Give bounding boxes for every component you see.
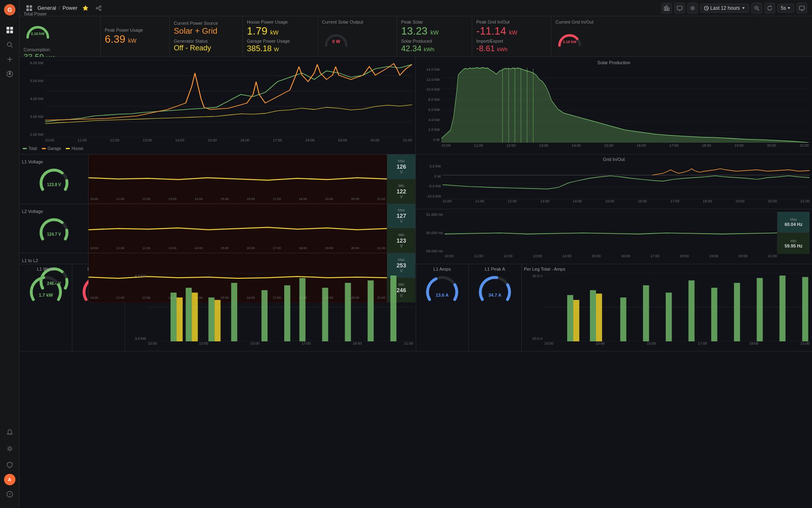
content-grid: 6.00 kW 5.00 kW 4.00 kW 3.00 kW 2.00 kW bbox=[19, 57, 812, 508]
l1-min-value: 122 bbox=[397, 188, 406, 195]
app-logo[interactable]: G bbox=[3, 3, 16, 16]
total-power-chart-area: 6.00 kW 5.00 kW 4.00 kW 3.00 kW 2.00 kW bbox=[23, 60, 412, 145]
svg-point-21 bbox=[96, 7, 98, 9]
stat-source-value: Solar + Grid bbox=[174, 26, 217, 35]
stat-peak-solar-label: Peak Solar bbox=[401, 20, 468, 24]
l1-amps-panel: L1 Amps 13.6 A bbox=[416, 264, 469, 351]
stat-peak-grid-label: Peak Grid In/Out bbox=[476, 20, 547, 24]
svg-text:G: G bbox=[7, 7, 12, 13]
svg-rect-5 bbox=[10, 30, 13, 33]
l1-voltage-badges: Max 126 V Min 122 V bbox=[387, 154, 415, 204]
svg-rect-95 bbox=[261, 290, 268, 341]
legend-garage: Garage bbox=[48, 146, 61, 151]
y-label-5kw: 5.00 kW bbox=[23, 79, 43, 83]
l1-max-unit: V bbox=[400, 170, 403, 174]
svg-rect-121 bbox=[573, 300, 579, 341]
refresh-btn[interactable] bbox=[764, 3, 775, 13]
nav-parent[interactable]: General bbox=[37, 5, 56, 11]
l1-peak-a-title: L1 Peak A bbox=[485, 267, 505, 271]
stat-import-export-value: -8.61 bbox=[476, 44, 495, 53]
l2-voltage-badges: Max 127 V Min 123 V bbox=[387, 204, 415, 253]
sidebar-item-dashboard[interactable] bbox=[3, 24, 16, 37]
nav-current: Power bbox=[63, 5, 78, 11]
l1-min-label: Min bbox=[398, 184, 404, 188]
user-avatar[interactable]: A bbox=[4, 474, 15, 485]
sidebar-item-add[interactable] bbox=[3, 53, 16, 66]
svg-text:1.7 kW: 1.7 kW bbox=[39, 293, 53, 297]
zoom-out-btn[interactable] bbox=[752, 3, 762, 13]
y-label-4kw: 4.00 kW bbox=[23, 97, 43, 101]
settings-btn[interactable] bbox=[687, 3, 698, 13]
sidebar-item-compass[interactable] bbox=[3, 67, 16, 80]
sidebar-item-search[interactable] bbox=[3, 38, 16, 51]
svg-rect-122 bbox=[596, 293, 602, 341]
x-label-1000: 10:00 bbox=[45, 138, 54, 145]
x-label-1200: 12:00 bbox=[110, 138, 119, 145]
svg-rect-99 bbox=[345, 283, 351, 341]
svg-rect-26 bbox=[666, 6, 667, 11]
l1-l2-label: L1 to L2 bbox=[22, 258, 38, 263]
current-grid-gauge: 2.18 kW bbox=[555, 25, 584, 54]
legend-house: House bbox=[71, 146, 83, 151]
per-leg-amps-title: Per Leg Total - Amps bbox=[524, 267, 810, 271]
stat-garage-unit: W bbox=[274, 46, 279, 52]
l1-max-value: 126 bbox=[397, 163, 406, 170]
stat-generator-value: Off - Ready bbox=[174, 44, 211, 52]
total-power-svg bbox=[45, 60, 412, 137]
svg-point-20 bbox=[99, 6, 101, 7]
freq-min-badge: Min 59.95 Hz bbox=[777, 233, 810, 254]
svg-rect-94 bbox=[231, 283, 237, 341]
svg-rect-28 bbox=[677, 6, 682, 10]
stat-garage-value: 385.18 bbox=[247, 44, 272, 53]
sidebar-item-bell[interactable] bbox=[3, 426, 16, 439]
voltage-panel: L1 Voltage 123.8 V bbox=[19, 154, 416, 264]
grid-inout-chart: Grid In/Out 5.0 kW 0 W -5.0 kW -10.0 kW bbox=[416, 154, 812, 209]
svg-rect-18 bbox=[26, 9, 29, 11]
stat-house-power: House Power Usage 1.79 kW Garage Power U… bbox=[243, 16, 318, 56]
stats-bar: Total Power 2.18 kW Consumption 33.59 kW… bbox=[19, 16, 812, 57]
x-label-1600: 16:00 bbox=[240, 138, 250, 145]
sidebar-item-shield[interactable] bbox=[3, 458, 16, 471]
freq-max-badge: Max 60.04 Hz bbox=[777, 212, 810, 233]
solar-output-gauge: 0 W bbox=[322, 25, 350, 54]
svg-rect-93 bbox=[208, 297, 214, 341]
l2-max-badge: Max 127 V bbox=[387, 204, 415, 229]
y-solar-8: 8.0 kW bbox=[419, 98, 440, 102]
l1-amps-gauge: 13.6 A bbox=[424, 273, 460, 310]
stat-consumption-label: Consumption bbox=[24, 47, 96, 52]
stat-peak-power-unit: kW bbox=[128, 37, 136, 44]
svg-marker-38 bbox=[788, 7, 790, 9]
svg-line-24 bbox=[98, 9, 99, 9]
y-solar-0: 0 W bbox=[419, 138, 440, 142]
legend-total: Total bbox=[28, 146, 37, 151]
svg-rect-102 bbox=[177, 297, 183, 341]
svg-rect-117 bbox=[734, 283, 740, 341]
l1-min-unit: V bbox=[400, 195, 403, 199]
x-label-2100: 21:00 bbox=[403, 138, 412, 145]
refresh-rate-selector[interactable]: 5s bbox=[777, 4, 794, 13]
time-range-selector[interactable]: Last 12 hours bbox=[700, 4, 749, 13]
tv-mode-btn[interactable] bbox=[674, 3, 685, 13]
sidebar-item-help[interactable]: ? bbox=[3, 488, 16, 501]
x-label-1400: 14:00 bbox=[175, 138, 185, 145]
charts-row3: L1 Watts 1.7 kW L1 Peak W 4.2 kW Per Leg bbox=[19, 264, 812, 352]
svg-text:34.7 A: 34.7 A bbox=[488, 293, 501, 297]
display-btn[interactable] bbox=[797, 3, 807, 13]
stat-house-label: House Power Usage bbox=[247, 20, 313, 24]
svg-rect-118 bbox=[756, 278, 762, 341]
sidebar-item-gear[interactable] bbox=[3, 442, 16, 455]
svg-rect-112 bbox=[620, 297, 626, 341]
l2-voltage-label: L2 Voltage bbox=[22, 209, 43, 214]
refresh-rate-label: 5s bbox=[781, 5, 786, 11]
l1-max-label: Max bbox=[398, 159, 405, 163]
stat-solar-output-label: Current Solar Output bbox=[322, 20, 393, 24]
solar-production-svg bbox=[441, 67, 809, 143]
stat-peak-power-label: Peak Power Usage bbox=[105, 28, 165, 33]
y-solar-6: 6.0 kW bbox=[419, 108, 440, 112]
svg-rect-98 bbox=[322, 288, 328, 341]
x-label-1900: 19:00 bbox=[338, 138, 347, 145]
chart-type-btn[interactable] bbox=[661, 3, 672, 13]
svg-rect-103 bbox=[192, 293, 198, 341]
svg-rect-2 bbox=[6, 27, 9, 30]
solar-production-chart: Solar Production 14.0 kW 12.0 kW 10.0 kW… bbox=[416, 57, 812, 154]
